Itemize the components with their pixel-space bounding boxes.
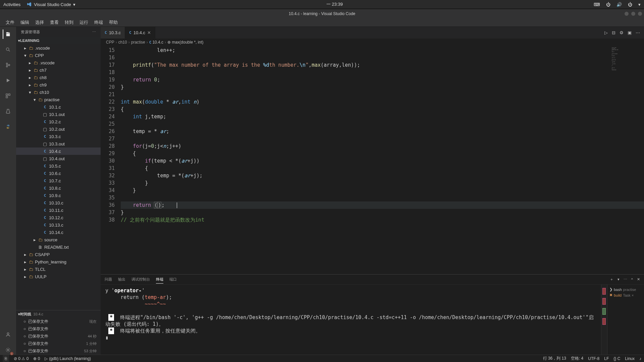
network-icon[interactable]: ⏻ — [606, 2, 610, 7]
terminal-scrubber[interactable] — [601, 285, 607, 355]
breadcrumb-part[interactable]: C 10.4.c — [149, 40, 163, 45]
problems-status[interactable]: ⊘ 0 ⚠ 0 — [14, 356, 29, 361]
chevron-down-icon[interactable]: ▾ — [618, 277, 620, 282]
panel-tab-终端[interactable]: 终端 — [156, 276, 163, 284]
workspace-root[interactable]: ▾LEARNING — [16, 37, 101, 44]
terminal-instance[interactable]: ❯ bash practise — [609, 287, 642, 292]
minimize-button[interactable] — [625, 12, 629, 16]
more-icon[interactable]: ⋯ — [624, 277, 627, 282]
tree-item[interactable]: ▢10.4.out — [16, 155, 101, 162]
tree-item[interactable]: ▢10.2.out — [16, 125, 101, 133]
breadcrumb-part[interactable]: ch10 — [118, 40, 127, 45]
tree-item[interactable]: C10.3.c — [16, 133, 101, 140]
status-item[interactable]: 行 36，列 13 — [543, 356, 566, 361]
settings-icon[interactable]: 1 — [3, 345, 13, 355]
tree-item[interactable]: ▸🗀CSAPP — [16, 251, 101, 258]
layout-icon[interactable]: ▣ — [628, 30, 632, 35]
breadcrumb-part[interactable]: practise — [131, 40, 145, 45]
status-item[interactable]: Linux — [625, 356, 635, 361]
panel-tab-问题[interactable]: 问题 — [105, 276, 112, 283]
remote-indicator[interactable]: ⎘ — [3, 355, 9, 362]
timeline-item[interactable]: ○已保存文件1 分钟 — [16, 340, 101, 347]
explorer-icon[interactable] — [3, 29, 13, 39]
menu-帮助[interactable]: 帮助 — [106, 18, 121, 26]
tree-item[interactable]: C10.6.c — [16, 170, 101, 177]
menu-文件[interactable]: 文件 — [3, 18, 17, 26]
breadcrumb[interactable]: CPP›ch10›practise›C 10.4.c›⊕ max(double … — [101, 39, 644, 46]
status-item[interactable]: ♪ — [639, 356, 641, 361]
editor-tab[interactable]: C10.3.c — [101, 27, 125, 39]
terminal-instance[interactable]: ✖ build Task × — [609, 292, 642, 298]
tree-item[interactable]: C10.8.c — [16, 184, 101, 192]
close-panel-icon[interactable]: ✕ — [637, 277, 640, 282]
tree-item[interactable]: C10.12.c — [16, 214, 101, 221]
volume-icon[interactable]: 🔊 — [616, 2, 622, 7]
extensions-icon[interactable] — [3, 91, 13, 101]
panel-tab-输出[interactable]: 输出 — [118, 276, 125, 283]
power-icon[interactable]: ⏻ — [628, 2, 632, 7]
timeline-item[interactable]: ○已保存文件现在 — [16, 318, 101, 325]
tree-item[interactable]: C10.9.c — [16, 192, 101, 199]
tree-item[interactable]: C10.4.c — [16, 147, 101, 155]
menu-查看[interactable]: 查看 — [47, 18, 62, 26]
menu-编辑[interactable]: 编辑 — [17, 18, 32, 26]
ports-status[interactable]: ⊕ 0 — [33, 356, 40, 361]
tree-item[interactable]: ▾🗀practise — [16, 96, 101, 103]
tree-item[interactable]: 🗎README.txt — [16, 243, 101, 251]
code-editor[interactable]: 1516171819202122232425262728293031323334… — [101, 46, 644, 274]
close-button[interactable] — [638, 12, 642, 16]
tree-item[interactable]: ▸🗀TLCL — [16, 265, 101, 273]
tree-item[interactable]: ▸🗀source — [16, 236, 101, 243]
breadcrumb-part[interactable]: CPP — [106, 40, 114, 45]
minimap[interactable]: ███ ██ █████ ██ █████████ ████ █████████… — [610, 46, 644, 106]
menu-转到[interactable]: 转到 — [62, 18, 76, 26]
debug-launch-status[interactable]: ▷ (gdb) Launch (learning) — [45, 356, 91, 361]
tree-item[interactable]: ▸🗀ch9 — [16, 81, 101, 88]
gear-icon[interactable]: ⚙ — [620, 30, 624, 35]
menu-运行[interactable]: 运行 — [76, 18, 91, 26]
tree-item[interactable]: C10.5.c — [16, 162, 101, 170]
activities-button[interactable]: Activities — [3, 2, 20, 7]
clock[interactable]: 一 23:39 — [75, 1, 594, 7]
tree-item[interactable]: ▸🗀UULP — [16, 273, 101, 280]
current-app[interactable]: Visual Studio Code ▾ — [26, 2, 75, 7]
timeline-item[interactable]: ○已保存文件53 分钟 — [16, 347, 101, 355]
editor-tab[interactable]: C10.4.c✕ — [125, 27, 155, 39]
maximize-panel-icon[interactable]: ^ — [631, 278, 633, 282]
panel-tab-调试控制台[interactable]: 调试控制台 — [131, 276, 150, 283]
menu-终端[interactable]: 终端 — [91, 18, 106, 26]
timeline-title[interactable]: ▾时间线 10.4.c — [16, 310, 101, 318]
accounts-icon[interactable] — [3, 330, 13, 339]
run-debug-icon[interactable] — [3, 76, 13, 85]
close-tab-icon[interactable]: ✕ — [147, 30, 151, 35]
tree-item[interactable]: ▢10.1.out — [16, 111, 101, 118]
panel-tab-端口[interactable]: 端口 — [169, 276, 177, 283]
python-icon[interactable] — [3, 122, 13, 131]
tree-item[interactable]: C10.1.c — [16, 103, 101, 111]
tree-item[interactable]: C10.13.c — [16, 221, 101, 229]
run-button-icon[interactable]: ▷ — [604, 30, 608, 35]
tree-item[interactable]: C10.7.c — [16, 177, 101, 184]
search-icon[interactable] — [3, 45, 13, 54]
chevron-down-icon[interactable]: ▾ — [638, 2, 641, 7]
status-item[interactable]: 空格: 4 — [571, 356, 583, 361]
tree-item[interactable]: C10.11.c — [16, 206, 101, 214]
tree-item[interactable]: C10.2.c — [16, 118, 101, 125]
new-terminal-icon[interactable]: ＋ — [610, 277, 613, 282]
status-item[interactable]: LF — [604, 356, 609, 361]
timeline-item[interactable]: ○已保存文件44 秒 — [16, 333, 101, 340]
tree-item[interactable]: ▸🗀.vscode — [16, 59, 101, 66]
tree-item[interactable]: ▸🗀ch8 — [16, 74, 101, 81]
tree-item[interactable]: ▾🗀CPP — [16, 52, 101, 59]
more-icon[interactable]: ⋯ — [636, 30, 640, 35]
tree-item[interactable]: ▸🗀ch7 — [16, 66, 101, 74]
maximize-button[interactable] — [631, 12, 635, 16]
tree-item[interactable]: C10.14.c — [16, 229, 101, 236]
breadcrumb-part[interactable]: ⊕ max(double *, int) — [167, 40, 203, 45]
tree-item[interactable]: C10.10.c — [16, 199, 101, 206]
status-item[interactable]: UTF-8 — [588, 356, 599, 361]
terminal-output[interactable]: y 'operator-' return (temp-ar); ~~~~^~~ … — [101, 285, 601, 355]
tree-item[interactable]: ▸🗀Python_learning — [16, 258, 101, 265]
timeline-item[interactable]: ○已保存文件 — [16, 325, 101, 333]
tree-item[interactable]: ▾🗀ch10 — [16, 88, 101, 96]
